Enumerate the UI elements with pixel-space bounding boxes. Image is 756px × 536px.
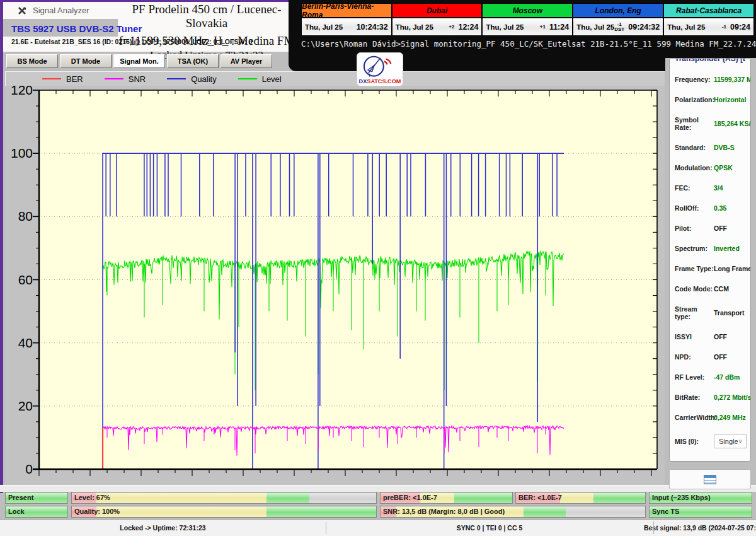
transponder-row: Code Mode:CCM [675, 285, 745, 293]
gauge-label: Input (~235 Kbps) [652, 494, 711, 501]
status-gauge-level: Level: 67% [71, 492, 377, 504]
stream-list-button[interactable] [669, 469, 751, 489]
clock-time-row: Thu, Jul 25-109:24 [664, 18, 753, 35]
gauge-label: Level: 67% [74, 494, 110, 501]
status-gauge-lock: Lock [5, 506, 68, 518]
app-logo-icon [17, 6, 27, 16]
gauge-segment-yellow [560, 492, 593, 503]
gauge-segment-green [266, 492, 309, 503]
gauge-segment-gray [566, 506, 645, 517]
clock-utc-offset: -1DST [614, 22, 624, 32]
clock-date: Thu, Jul 25 [396, 23, 433, 31]
transponder-row-value: CCM [714, 285, 729, 293]
transponder-row-value: Transport [714, 309, 744, 317]
transponder-row-label: RollOff: [675, 204, 714, 212]
clock-city-label: Berlin-Paris-Vienna-Roma [302, 4, 391, 18]
transponder-row-label: Symbol Rate: [675, 116, 714, 131]
transponder-row: CarrierWidth:0,249 MHz [675, 414, 745, 421]
clock-city-label: Moscow [483, 4, 572, 18]
clock-date: Thu, Jul 25 [305, 23, 343, 31]
status-gauge-snr: SNR: 13,5 dB (Margin: 8,0 dB | Good) [380, 506, 646, 518]
gauge-segment-yellow [96, 492, 266, 503]
transponder-row-value: QPSK [714, 164, 733, 172]
tab-dt-mode[interactable]: DT Mode [60, 54, 112, 68]
clock-date: Thu, Jul 25 [486, 23, 524, 31]
transponder-row-label: FEC: [675, 184, 714, 192]
mis-dropdown[interactable]: Single∨ [714, 434, 747, 448]
tab-bs-mode[interactable]: BS Mode [6, 54, 58, 68]
transponder-row-value: Long Frame [714, 265, 751, 272]
legend-item-snr: SNR [105, 74, 146, 84]
transponder-row-label: Frame Type: [675, 265, 714, 272]
chevron-down-icon: ∨ [738, 438, 743, 445]
transponder-row: Polarization:Horizontal [675, 96, 745, 103]
gauge-label: preBER: <1.0E-7 [383, 494, 437, 501]
transponder-row-value: 185,264 KS/s [714, 120, 751, 127]
clock-utc-offset: -1 [722, 25, 726, 30]
transponder-row-label: ISSYI [675, 333, 714, 341]
transponder-row: NPD:OFF [675, 353, 745, 361]
transponder-row: BitRate:0,272 Mbit/s [675, 393, 745, 401]
transponder-row-value: OFF [714, 333, 727, 341]
clock-time: 09:24:32 [628, 23, 660, 32]
header-center: PF Prodelin 450 cm / Lucenec-Slovakia f=… [118, 3, 295, 62]
clock-time: 09:24 [730, 23, 750, 32]
dish-title: PF Prodelin 450 cm / Lucenec-Slovakia [118, 3, 295, 30]
signal-chart [26, 84, 663, 478]
clock-city-label: Dubai [392, 4, 482, 18]
gauge-segment-yellow [96, 506, 266, 517]
tab-signal-mon-[interactable]: Signal Mon. [113, 54, 165, 68]
transponder-row-label: Pilot: [675, 224, 714, 232]
legend-label: Level [262, 74, 282, 84]
gauge-label: Sync TS [652, 508, 679, 515]
statusbar-cell-0: Locked -> Uptime: 72:31:23 [0, 520, 326, 536]
transponder-row-value: 3/4 [714, 184, 723, 192]
console-prompt[interactable]: C:\Users\Roman Dávid>Signal monitoring_P… [301, 39, 755, 49]
transponder-row: Spectrum:Inverted [675, 245, 745, 252]
tab-av-player[interactable]: AV Player [220, 54, 272, 68]
gauge-label: SNR: 13,5 dB (Margin: 8,0 dB | Good) [383, 508, 505, 515]
mis-label: MIS (0): [675, 438, 714, 445]
mis-row: MIS (0):Single∨ [675, 434, 745, 448]
clock-dubai: DubaiThu, Jul 25+212:24 [392, 4, 483, 35]
legend-label: SNR [129, 74, 146, 84]
console-window-extension [289, 50, 665, 71]
clock-time: 10:24:32 [357, 23, 388, 32]
logo-text-rest: SATCS.COM [367, 78, 401, 84]
transponder-row-label: Standard: [675, 144, 714, 151]
transponder-row-label: RF Level: [675, 373, 714, 381]
clock-time-row: Thu, Jul 25+111:24 [483, 18, 572, 35]
legend-label: BER [66, 74, 83, 84]
clock-time: 11:24 [549, 23, 569, 32]
transponder-row-value: -47 dBm [714, 373, 740, 381]
transponder-row-label: NPD: [675, 353, 714, 361]
transponder-row-label: Code Mode: [675, 285, 714, 293]
transponder-row: Frame Type:Long Frame [675, 265, 745, 272]
clock-time-row: Thu, Jul 2510:24:32 [302, 18, 391, 35]
legend-label: Quality [191, 74, 216, 84]
transponder-row: Pilot:OFF [675, 224, 745, 232]
gauge-segment-green [524, 506, 566, 517]
transponder-row: RollOff:0.35 [675, 204, 745, 212]
status-gauge-ber: BER: <1.0E-7 [515, 492, 646, 504]
transponder-row-label: Modulation: [675, 164, 714, 172]
transponder-row-label: BitRate: [675, 393, 714, 401]
clock-date: Thu, Jul 25 [576, 23, 614, 31]
transponder-row: ISSYIOFF [675, 333, 745, 341]
gauge-label: Quality: 100% [74, 508, 120, 515]
clock-utc-offset: +1 [540, 25, 546, 30]
legend-swatch [167, 78, 186, 79]
transponder-sidebar: Transponder (AS) [BS] Frequency:11599,33… [669, 58, 751, 462]
list-icon [704, 475, 716, 484]
statusbar-divider [326, 521, 326, 534]
mode-tabs: BS ModeDT ModeSignal Mon.TSA (OK)AV Play… [6, 54, 272, 68]
frequency-title: f=11599,530 MHz_H_ : Medina FM [118, 34, 295, 48]
gauge-segment-gray [309, 492, 376, 503]
status-gauge-quality: Quality: 100% [71, 506, 377, 518]
gauge-segment-green [454, 492, 512, 503]
legend-swatch [42, 78, 61, 79]
status-gauge-input-235-kbps-: Input (~235 Kbps) [649, 492, 752, 504]
tab-tsa-ok-[interactable]: TSA (OK) [167, 54, 219, 68]
statusbar-divider [653, 521, 654, 534]
gauge-label: BER: <1.0E-7 [518, 494, 562, 501]
